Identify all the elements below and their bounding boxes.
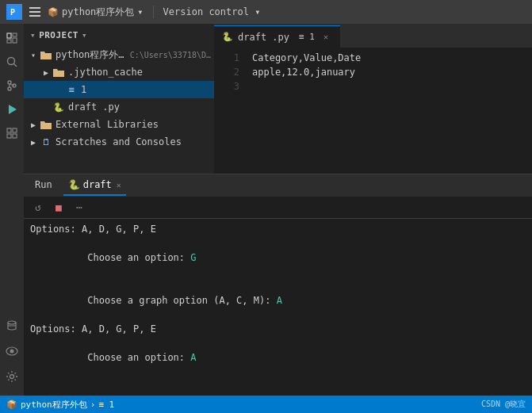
svg-rect-3 bbox=[29, 11, 40, 13]
svg-rect-19 bbox=[7, 134, 11, 138]
code-editor[interactable]: Category,Value,Date apple,12.0,january bbox=[246, 48, 532, 174]
status-project[interactable]: 📦 python程序外包 › ≡ 1 bbox=[6, 399, 114, 411]
term-line-5: Choose an option: A bbox=[30, 336, 526, 379]
watermark: CSDN @晓宜 bbox=[481, 399, 526, 410]
tree-arrow-root: ▾ bbox=[27, 48, 40, 61]
sidebar-dropdown-arrow[interactable]: ▾ bbox=[82, 30, 87, 40]
status-bar: 📦 python程序外包 › ≡ 1 CSDN @晓宜 bbox=[0, 396, 532, 413]
scratch-icon: 🗒 bbox=[40, 136, 52, 148]
hamburger-icon[interactable] bbox=[29, 6, 41, 18]
tree-arrow-scratches: ▶ bbox=[27, 136, 40, 148]
database-icon[interactable] bbox=[1, 315, 23, 337]
title-bar: P 📦 python程序外包 ▾ Version control ▾ bbox=[0, 0, 532, 24]
terminal-tab-draft[interactable]: 🐍 draft ✕ bbox=[63, 175, 126, 196]
tree-label-root: python程序外包 bbox=[55, 48, 127, 62]
project-name: python程序外包 bbox=[62, 6, 134, 19]
term-line-4: Options: A, D, G, P, E bbox=[30, 322, 526, 336]
tab-close-button[interactable]: ✕ bbox=[320, 31, 332, 44]
term-line-2: Choose an option: G bbox=[30, 236, 526, 279]
extensions-icon[interactable] bbox=[1, 122, 23, 144]
tree-item-root[interactable]: ▾ python程序外包 C:\Users\33718\Des bbox=[24, 46, 214, 63]
python-icon-draft: 🐍 bbox=[52, 101, 65, 113]
settings-icon[interactable] bbox=[1, 365, 23, 388]
folder-icon-jython bbox=[52, 66, 65, 78]
title-divider bbox=[153, 6, 154, 18]
tree-item-file1[interactable]: ▶ ≡ 1 bbox=[24, 81, 214, 98]
line-num-1: 1 bbox=[214, 51, 239, 65]
draft-tab-label: draft bbox=[83, 179, 112, 190]
svg-line-10 bbox=[14, 64, 17, 67]
app-logo: P bbox=[6, 4, 22, 20]
project-selector[interactable]: 📦 python程序外包 ▾ bbox=[48, 6, 144, 19]
tree-arrow-jython: ▶ bbox=[40, 66, 52, 78]
stop-icon[interactable]: ■ bbox=[51, 200, 67, 216]
terminal-output[interactable]: Options: A, D, G, P, E Choose an option:… bbox=[24, 219, 532, 396]
draft-tab-close[interactable]: ✕ bbox=[117, 181, 121, 189]
svg-point-9 bbox=[8, 58, 15, 65]
tab-number: ≡ 1 bbox=[299, 32, 315, 42]
tree-label-draft: draft .py bbox=[68, 101, 120, 113]
svg-rect-2 bbox=[29, 7, 40, 9]
tree-item-scratches[interactable]: ▶ 🗒 Scratches and Consoles bbox=[24, 133, 214, 151]
tree-label-jython: .jython_cache bbox=[68, 67, 143, 78]
editor-tabs: 🐍 draft .py ≡ 1 ✕ bbox=[214, 24, 532, 48]
explorer-icon[interactable] bbox=[1, 27, 23, 49]
line-numbers: 1 2 3 bbox=[214, 48, 246, 174]
svg-point-24 bbox=[10, 350, 14, 354]
svg-rect-5 bbox=[7, 33, 11, 38]
tree-label-scratches: Scratches and Consoles bbox=[55, 136, 182, 147]
sidebar-expand-arrow[interactable]: ▾ bbox=[30, 30, 36, 40]
term-line-1: Options: A, D, G, P, E bbox=[30, 222, 526, 236]
icon-bar-bottom bbox=[1, 315, 23, 396]
draft-tab-icon: 🐍 bbox=[68, 179, 80, 190]
svg-point-12 bbox=[8, 87, 11, 90]
editor-content: 1 2 3 Category,Value,Date apple,12.0,jan… bbox=[214, 48, 532, 174]
line-num-3: 3 bbox=[214, 79, 239, 94]
more-icon[interactable]: ⋯ bbox=[71, 200, 87, 216]
svg-point-21 bbox=[8, 321, 16, 324]
status-left: 📦 python程序外包 › ≡ 1 bbox=[6, 399, 114, 411]
sidebar-header: ▾ Project ▾ bbox=[24, 24, 214, 46]
svg-rect-7 bbox=[7, 40, 11, 43]
svg-rect-4 bbox=[29, 15, 40, 17]
source-control-icon[interactable] bbox=[1, 75, 23, 97]
sidebar-title: Project bbox=[39, 30, 78, 40]
svg-rect-6 bbox=[13, 33, 17, 36]
main-area: ▾ Project ▾ ▾ python程序外包 C:\Us bbox=[0, 24, 532, 396]
run-debug-icon[interactable] bbox=[1, 98, 23, 120]
project-dropdown-arrow: ▾ bbox=[137, 6, 143, 17]
file-icon-1: ≡ bbox=[65, 83, 78, 96]
terminal-tab-run[interactable]: Run bbox=[30, 175, 57, 196]
terminal-toolbar: ↺ ■ ⋯ bbox=[24, 197, 532, 219]
tree-item-draft[interactable]: ▶ 🐍 draft .py bbox=[24, 98, 214, 116]
svg-rect-8 bbox=[13, 38, 17, 43]
eye-icon[interactable] bbox=[1, 340, 23, 362]
top-split: ▾ Project ▾ ▾ python程序外包 C:\Us bbox=[24, 24, 532, 174]
svg-marker-16 bbox=[9, 105, 17, 114]
svg-rect-18 bbox=[13, 128, 17, 132]
status-right: CSDN @晓宜 bbox=[481, 399, 526, 410]
sidebar: ▾ Project ▾ ▾ python程序外包 C:\Us bbox=[24, 24, 214, 174]
package-icon: 📦 bbox=[48, 7, 59, 17]
line-num-2: 2 bbox=[214, 65, 239, 79]
tree-item-jython[interactable]: ▶ .jython_cache bbox=[24, 63, 214, 81]
folder-icon-root bbox=[40, 48, 52, 61]
terminal-tabs: Run 🐍 draft ✕ bbox=[24, 174, 532, 197]
content-area: ▾ Project ▾ ▾ python程序外包 C:\Us bbox=[24, 24, 532, 396]
code-line-1: Category,Value,Date bbox=[252, 51, 526, 65]
term-line-3: Choose a graph option (A, C, M): A bbox=[30, 279, 526, 322]
folder-icon-external bbox=[40, 118, 52, 131]
terminal-area: Run 🐍 draft ✕ ↺ ■ ⋯ Options: A, D, G, P,… bbox=[24, 174, 532, 396]
code-line-2: apple,12.0,january bbox=[252, 65, 526, 79]
activity-bar bbox=[0, 24, 24, 396]
tab-name: draft .py bbox=[238, 32, 289, 43]
search-activity-icon[interactable] bbox=[1, 51, 23, 73]
tree-item-external[interactable]: ▶ External Libraries bbox=[24, 116, 214, 133]
tree-label-external: External Libraries bbox=[55, 119, 159, 130]
run-tab-label: Run bbox=[35, 179, 52, 190]
rerun-icon[interactable]: ↺ bbox=[30, 200, 46, 216]
version-control-button[interactable]: Version control ▾ bbox=[163, 6, 261, 17]
term-line-6: What category did you purchase? apple bbox=[30, 379, 526, 396]
editor-tab-draft[interactable]: 🐍 draft .py ≡ 1 ✕ bbox=[214, 25, 340, 48]
editor-area: 🐍 draft .py ≡ 1 ✕ 1 2 3 Category,Value,D… bbox=[214, 24, 532, 174]
